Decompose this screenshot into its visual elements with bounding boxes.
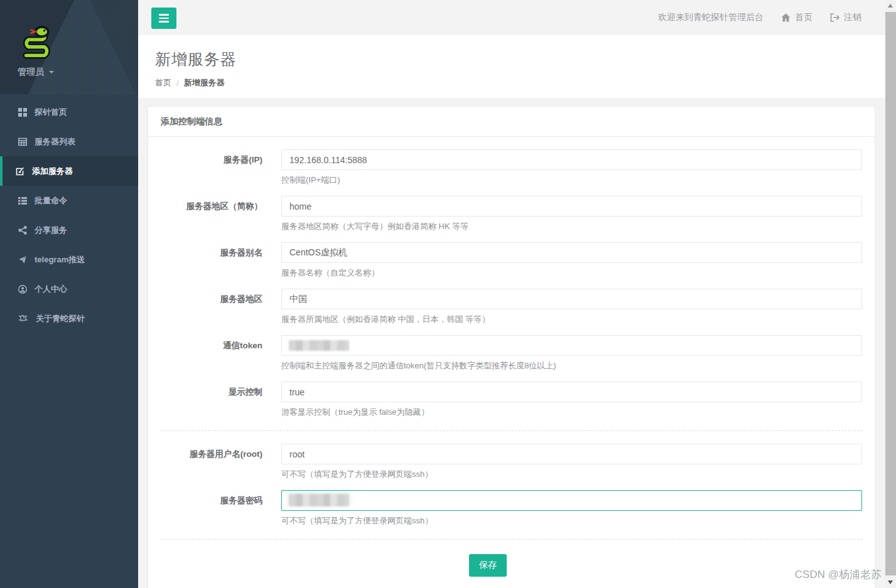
share-icon <box>18 226 27 235</box>
breadcrumb-home-link[interactable]: 首页 <box>155 77 171 88</box>
form-row-server-alias: 服务器别名 服务器名称（自定义名称） <box>161 242 862 279</box>
page-title: 新增服务器 <box>155 49 885 70</box>
scroll-down-arrow-icon[interactable] <box>888 580 893 584</box>
sidebar-item-label: 分享服务 <box>35 225 67 236</box>
server-ip-input[interactable] <box>281 149 862 170</box>
server-region-help: 服务器所属地区（例如香港简称 中国，日本，韩国 等等） <box>281 314 862 325</box>
add-server-panel: 添加控制端信息 服务器(IP) 控制端(IP+端口) 服务器地区（简称） 服务器… <box>148 106 875 588</box>
home-icon <box>781 13 791 22</box>
sidebar-item-share-service[interactable]: 分享服务 <box>0 215 138 245</box>
top-navbar: 欢迎来到青蛇探针管理后台 首页 注销 <box>138 0 885 35</box>
content-wrapper: 添加控制端信息 服务器(IP) 控制端(IP+端口) 服务器地区（简称） 服务器… <box>138 98 885 588</box>
topbar-links: 欢迎来到青蛇探针管理后台 首页 注销 <box>658 0 861 35</box>
sidebar-item-label: 添加服务器 <box>32 166 73 177</box>
home-link[interactable]: 首页 <box>781 12 812 23</box>
sidebar-item-profile-center[interactable]: 个人中心 <box>0 274 138 304</box>
form-row-display-control: 显示控制 游客显示控制（true为显示 false为隐藏） <box>161 382 862 418</box>
sidebar-item-label: 个人中心 <box>35 284 67 295</box>
username-label: 服务器用户名(root) <box>161 444 281 480</box>
sidebar-item-batch-command[interactable]: 批量命令 <box>0 186 138 215</box>
sidebar-item-label: 批量命令 <box>35 195 67 206</box>
form-row-server-region: 服务器地区 服务器所属地区（例如香港简称 中国，日本，韩国 等等） <box>161 289 862 325</box>
server-alias-label: 服务器别名 <box>161 242 281 279</box>
form-divider <box>161 430 862 431</box>
server-alias-input[interactable] <box>281 242 862 263</box>
vertical-scrollbar[interactable] <box>885 0 896 588</box>
form-divider <box>161 539 862 540</box>
save-button[interactable]: 保存 <box>469 554 507 577</box>
sidebar-item-label: 关于青蛇探针 <box>36 313 85 324</box>
sign-out-icon <box>830 13 839 22</box>
token-label: 通信token <box>161 335 281 372</box>
user-menu[interactable]: 管理员 <box>18 67 138 78</box>
sidebar-item-label: telegram推送 <box>35 254 85 265</box>
display-control-help: 游客显示控制（true为显示 false为隐藏） <box>281 407 862 418</box>
sidebar-item-telegram-push[interactable]: telegram推送 <box>0 245 138 274</box>
logout-link-label: 注销 <box>844 12 861 23</box>
main-content: 欢迎来到青蛇探针管理后台 首页 注销 新增服务器 首页 / 新增服务器 添加控制… <box>138 0 885 588</box>
home-link-label: 首页 <box>795 12 812 23</box>
scroll-up-arrow-icon[interactable] <box>888 4 893 8</box>
grid-icon <box>18 108 27 117</box>
logout-link[interactable]: 注销 <box>830 12 861 23</box>
sidebar-item-add-server[interactable]: 添加服务器 <box>0 156 138 186</box>
region-code-label: 服务器地区（简称） <box>161 196 281 232</box>
sidebar-item-probe-home[interactable]: 探针首页 <box>0 97 138 127</box>
handshake-icon <box>18 314 28 323</box>
form-row-token: 通信token 控制端和主控端服务器之间的通信token(暂只支持数字类型推荐长… <box>161 335 862 372</box>
welcome-message: 欢迎来到青蛇探针管理后台 <box>658 12 764 23</box>
panel-title: 添加控制端信息 <box>148 107 875 137</box>
region-code-help: 服务器地区简称（大写字母）例如香港简称 HK 等等 <box>281 221 862 232</box>
sidebar-menu: 探针首页 服务器列表 添加服务器 批量命令 分享服务 telegram推送 个人… <box>0 97 138 333</box>
sidebar-item-label: 服务器列表 <box>35 136 75 147</box>
panel-body: 服务器(IP) 控制端(IP+端口) 服务器地区（简称） 服务器地区简称（大写字… <box>148 137 875 588</box>
scrollbar-thumb[interactable] <box>885 12 896 575</box>
snake-logo-icon <box>18 24 57 61</box>
server-alias-help: 服务器名称（自定义名称） <box>281 267 862 279</box>
token-help: 控制端和主控端服务器之间的通信token(暂只支持数字类型推荐长度8位以上) <box>281 360 862 372</box>
paper-plane-icon <box>18 255 27 264</box>
sidebar-item-label: 探针首页 <box>35 107 67 118</box>
username-input[interactable] <box>281 444 862 464</box>
list-icon <box>18 196 27 205</box>
token-input[interactable] <box>281 335 862 356</box>
username-help: 可不写（填写是为了方便登录网页端ssh） <box>281 469 862 480</box>
server-ip-label: 服务器(IP) <box>161 149 281 186</box>
breadcrumb-current: 新增服务器 <box>184 77 225 88</box>
table-icon <box>18 137 27 146</box>
edit-icon <box>16 167 24 176</box>
form-row-region-code: 服务器地区（简称） 服务器地区简称（大写字母）例如香港简称 HK 等等 <box>161 196 862 232</box>
form-row-server-ip: 服务器(IP) 控制端(IP+端口) <box>161 149 862 186</box>
display-control-input[interactable] <box>281 382 862 402</box>
page-heading: 新增服务器 首页 / 新增服务器 <box>138 35 885 98</box>
region-code-input[interactable] <box>281 196 862 216</box>
user-name: 管理员 <box>18 67 44 78</box>
sidebar-profile-header: 管理员 <box>0 0 138 94</box>
password-input[interactable] <box>281 490 862 511</box>
user-icon <box>18 285 27 294</box>
breadcrumb-separator: / <box>176 78 179 88</box>
sidebar: 管理员 探针首页 服务器列表 添加服务器 批量命令 分享服务 telegram推… <box>0 0 138 588</box>
display-control-label: 显示控制 <box>161 382 281 418</box>
form-row-username: 服务器用户名(root) 可不写（填写是为了方便登录网页端ssh） <box>161 444 862 480</box>
breadcrumb: 首页 / 新增服务器 <box>155 77 885 88</box>
server-ip-help: 控制端(IP+端口) <box>281 174 862 186</box>
sidebar-item-server-list[interactable]: 服务器列表 <box>0 127 138 156</box>
sidebar-toggle-button[interactable] <box>151 8 176 29</box>
sidebar-item-about[interactable]: 关于青蛇探针 <box>0 304 138 333</box>
chevron-down-icon <box>49 71 54 73</box>
server-region-label: 服务器地区 <box>161 289 281 325</box>
server-region-input[interactable] <box>281 289 862 309</box>
form-row-password: 服务器密码 可不写（填写是为了方便登录网页端ssh） <box>161 490 862 527</box>
password-label: 服务器密码 <box>161 490 281 527</box>
password-help: 可不写（填写是为了方便登录网页端ssh） <box>281 515 862 527</box>
